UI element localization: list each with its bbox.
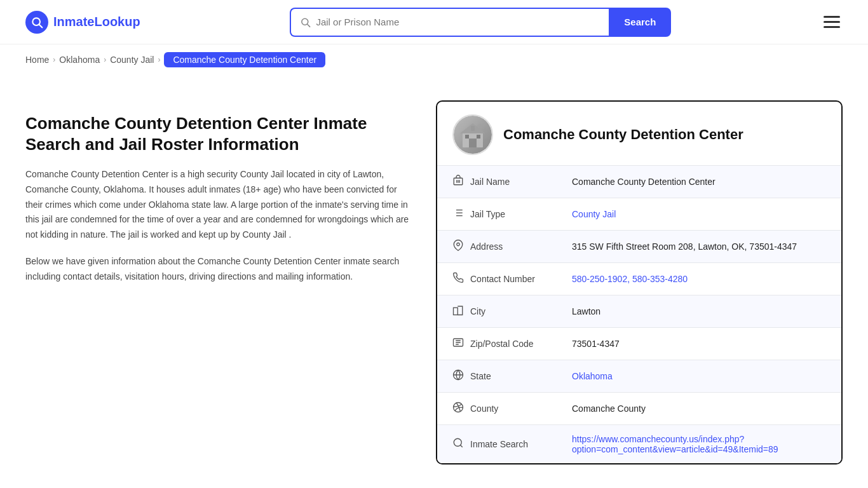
- main-content: Comanche County Detention Center Inmate …: [0, 75, 868, 488]
- row-value[interactable]: County Jail: [572, 209, 826, 219]
- svg-line-1: [39, 24, 43, 27]
- facility-image-inner: [454, 116, 492, 154]
- breadcrumb-oklahoma[interactable]: Oklahoma: [59, 55, 100, 65]
- row-link[interactable]: Oklahoma: [572, 371, 613, 381]
- info-row: StateOklahoma: [437, 360, 841, 393]
- info-row: CountyComanche County: [437, 393, 841, 425]
- svg-point-31: [454, 438, 461, 446]
- breadcrumb-current: Comanche County Detention Center: [164, 52, 325, 67]
- row-value[interactable]: https://www.comanchecounty.us/index.php?…: [572, 434, 826, 454]
- svg-rect-9: [471, 126, 475, 131]
- row-value[interactable]: 580-250-1902, 580-353-4280: [572, 274, 826, 284]
- svg-rect-7: [465, 135, 469, 139]
- header: InmateLookup Search: [0, 0, 868, 44]
- svg-rect-6: [469, 139, 477, 147]
- row-link[interactable]: 580-250-1902, 580-353-4280: [572, 274, 688, 284]
- info-row: Inmate Searchhttps://www.comanchecounty.…: [437, 425, 841, 463]
- card-header: Comanche County Detention Center: [437, 102, 841, 166]
- info-row: Zip/Postal Code73501-4347: [437, 328, 841, 360]
- hamburger-line-2: [824, 21, 840, 23]
- logo[interactable]: InmateLookup: [25, 11, 140, 34]
- row-value: 73501-4347: [572, 339, 826, 349]
- svg-rect-8: [477, 135, 480, 139]
- info-row: CityLawton: [437, 295, 841, 328]
- city-icon: [452, 304, 470, 318]
- logo-text: InmateLookup: [53, 15, 140, 29]
- info-row: Jail TypeCounty Jail: [437, 198, 841, 231]
- building-icon: [458, 119, 488, 150]
- info-card: Comanche County Detention Center Jail Na…: [436, 100, 843, 464]
- hamburger-menu[interactable]: [821, 13, 843, 30]
- jail-icon: [452, 175, 470, 189]
- row-value: Comanche County Detention Center: [572, 177, 826, 187]
- logo-icon: [25, 11, 48, 34]
- svg-line-32: [460, 445, 462, 447]
- search-bar: Search: [290, 8, 671, 37]
- row-label: Jail Type: [470, 209, 572, 219]
- search-icon: [300, 17, 311, 28]
- page-title: Comanche County Detention Center Inmate …: [25, 113, 410, 154]
- row-label: County: [470, 403, 572, 414]
- search-input-wrap: [290, 8, 609, 37]
- hamburger-line-1: [824, 16, 840, 18]
- info-row: Address315 SW Fifth Street Room 208, Law…: [437, 231, 841, 263]
- breadcrumb-sep-2: ›: [104, 55, 106, 64]
- row-label: Inmate Search: [470, 439, 572, 449]
- facility-image: [452, 114, 493, 155]
- row-link[interactable]: County Jail: [572, 209, 616, 219]
- svg-rect-21: [454, 308, 458, 315]
- row-link[interactable]: https://www.comanchecounty.us/index.php?…: [572, 434, 778, 454]
- row-value: Comanche County: [572, 403, 826, 414]
- breadcrumb-home[interactable]: Home: [25, 55, 49, 65]
- breadcrumb-sep-3: ›: [158, 55, 160, 64]
- row-label: Jail Name: [470, 177, 572, 187]
- list-icon: [452, 207, 470, 221]
- svg-line-3: [308, 24, 310, 27]
- search-icon: [452, 437, 470, 451]
- row-value: 315 SW Fifth Street Room 208, Lawton, OK…: [572, 241, 826, 252]
- page-desc-1: Comanche County Detention Center is a hi…: [25, 167, 410, 243]
- row-value: Lawton: [572, 306, 826, 316]
- page-desc-2: Below we have given information about th…: [25, 254, 410, 285]
- zip-icon: [452, 337, 470, 351]
- phone-icon: [452, 272, 470, 286]
- info-row: Contact Number580-250-1902, 580-353-4280: [437, 263, 841, 295]
- hamburger-line-3: [824, 26, 840, 28]
- card-facility-name: Comanche County Detention Center: [503, 126, 743, 143]
- breadcrumb-sep-1: ›: [53, 55, 55, 64]
- search-input[interactable]: [316, 17, 600, 27]
- row-label: Contact Number: [470, 274, 572, 284]
- row-value[interactable]: Oklahoma: [572, 371, 826, 381]
- svg-point-20: [457, 243, 460, 246]
- globe-icon: [452, 369, 470, 383]
- county-icon: [452, 402, 470, 416]
- info-row: Jail NameComanche County Detention Cente…: [437, 166, 841, 198]
- left-content: Comanche County Detention Center Inmate …: [25, 100, 410, 464]
- row-label: City: [470, 306, 572, 316]
- info-rows: Jail NameComanche County Detention Cente…: [437, 166, 841, 463]
- row-label: Address: [470, 241, 572, 252]
- row-label: Zip/Postal Code: [470, 339, 572, 349]
- breadcrumb: Home › Oklahoma › County Jail › Comanche…: [0, 44, 868, 75]
- row-label: State: [470, 371, 572, 381]
- breadcrumb-county-jail[interactable]: County Jail: [110, 55, 154, 65]
- pin-icon: [452, 240, 470, 254]
- search-button[interactable]: Search: [609, 8, 671, 37]
